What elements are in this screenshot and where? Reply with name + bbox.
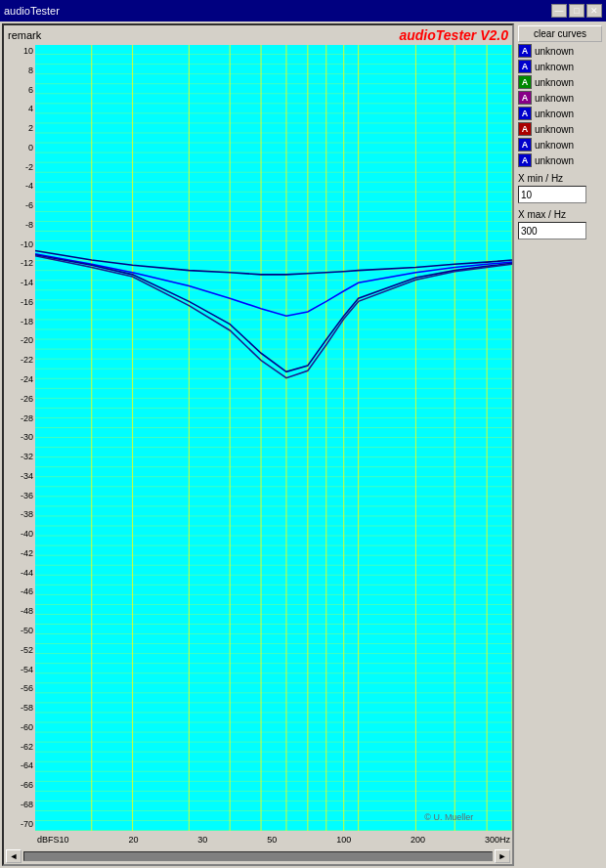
y-label-n48: -48 bbox=[21, 607, 33, 616]
curve-label-3: unknown bbox=[535, 77, 574, 88]
curve-item-2[interactable]: A unknown bbox=[518, 60, 602, 73]
curve-label-7: unknown bbox=[535, 140, 574, 151]
curve-icon-6: A bbox=[518, 122, 532, 136]
curve-item-8[interactable]: A unknown bbox=[518, 153, 602, 167]
close-button[interactable]: ✕ bbox=[586, 4, 602, 18]
remark-label: remark bbox=[8, 29, 41, 41]
y-label-8: 8 bbox=[28, 66, 33, 75]
x-label-300hz: 300Hz bbox=[485, 835, 510, 845]
y-label-n64: -64 bbox=[21, 761, 33, 770]
x-min-section: X min / Hz bbox=[518, 173, 602, 203]
y-label-6: 6 bbox=[28, 86, 33, 95]
x-label-dbfs10: dBFS10 bbox=[37, 835, 69, 845]
y-label-n50: -50 bbox=[21, 627, 33, 635]
content-area: remark audioTester V2.0 10 8 6 4 2 0 -2 … bbox=[0, 22, 606, 868]
curve-label-5: unknown bbox=[535, 108, 574, 119]
curve-icon-7: A bbox=[518, 138, 532, 152]
y-label-n22: -22 bbox=[21, 356, 33, 365]
y-label-0: 0 bbox=[28, 144, 33, 152]
y-label-n36: -36 bbox=[21, 492, 33, 500]
curve-icon-5: A bbox=[518, 107, 532, 120]
y-label-n54: -54 bbox=[21, 666, 33, 674]
y-label-n8: -8 bbox=[25, 221, 33, 230]
y-label-n40: -40 bbox=[21, 530, 33, 539]
scroll-left-button[interactable]: ◄ bbox=[6, 849, 22, 863]
x-min-input[interactable] bbox=[518, 186, 586, 203]
y-label-n28: -28 bbox=[21, 414, 33, 423]
x-axis-row: dBFS10 20 30 50 100 200 300Hz bbox=[4, 831, 512, 848]
x-max-label: X max / Hz bbox=[518, 209, 602, 220]
chart-svg: © U. Mueller bbox=[35, 45, 512, 831]
curve-label-6: unknown bbox=[535, 124, 574, 135]
curve-label-8: unknown bbox=[535, 155, 574, 166]
curve-item-3[interactable]: A unknown bbox=[518, 75, 602, 89]
y-label-n18: -18 bbox=[21, 318, 33, 326]
clear-curves-button[interactable]: clear curves bbox=[518, 25, 602, 42]
y-label-n4: -4 bbox=[25, 182, 33, 191]
curve-item-7[interactable]: A unknown bbox=[518, 138, 602, 152]
y-label-n68: -68 bbox=[21, 801, 33, 809]
curve-item-4[interactable]: A unknown bbox=[518, 91, 602, 105]
y-label-n24: -24 bbox=[21, 375, 33, 384]
y-label-n32: -32 bbox=[21, 453, 33, 461]
curve-icon-4: A bbox=[518, 91, 532, 105]
y-label-n16: -16 bbox=[21, 298, 33, 307]
curve-icon-8: A bbox=[518, 153, 532, 167]
y-label-2: 2 bbox=[28, 124, 33, 133]
y-label-n6: -6 bbox=[25, 201, 33, 210]
y-label-n30: -30 bbox=[21, 433, 33, 442]
title-bar-label: audioTester bbox=[4, 5, 60, 17]
y-label-n56: -56 bbox=[21, 684, 33, 693]
y-label-n26: -26 bbox=[21, 395, 33, 404]
x-label-30: 30 bbox=[197, 835, 207, 845]
main-window: audioTester — □ ✕ remark audioTester V2.… bbox=[0, 0, 606, 868]
y-label-n62: -62 bbox=[21, 743, 33, 752]
scroll-right-button[interactable]: ► bbox=[495, 849, 510, 863]
y-label-n46: -46 bbox=[21, 587, 33, 596]
svg-rect-1 bbox=[35, 45, 512, 831]
x-label-100: 100 bbox=[336, 835, 351, 845]
curve-label-2: unknown bbox=[535, 62, 574, 72]
y-label-n38: -38 bbox=[21, 510, 33, 519]
curve-label-4: unknown bbox=[535, 93, 574, 104]
y-axis: 10 8 6 4 2 0 -2 -4 -6 -8 -10 -12 -14 -16… bbox=[4, 45, 35, 831]
y-label-n34: -34 bbox=[21, 472, 33, 481]
bottom-scrollbar: ◄ ► bbox=[4, 848, 512, 864]
x-label-20: 20 bbox=[128, 835, 138, 845]
x-label-50: 50 bbox=[267, 835, 277, 845]
y-label-n44: -44 bbox=[21, 569, 33, 578]
minimize-button[interactable]: — bbox=[551, 4, 567, 18]
y-label-n52: -52 bbox=[21, 646, 33, 655]
curve-label-1: unknown bbox=[535, 46, 574, 57]
maximize-button[interactable]: □ bbox=[569, 4, 584, 18]
y-label-n70: -70 bbox=[21, 820, 33, 829]
chart-header: remark audioTester V2.0 bbox=[4, 25, 512, 45]
curve-icon-1: A bbox=[518, 44, 532, 58]
title-bar-buttons: — □ ✕ bbox=[551, 4, 602, 18]
curve-item-1[interactable]: A unknown bbox=[518, 44, 602, 58]
y-label-n12: -12 bbox=[21, 259, 33, 268]
curve-item-6[interactable]: A unknown bbox=[518, 122, 602, 136]
scroll-track[interactable] bbox=[23, 851, 493, 861]
curve-item-5[interactable]: A unknown bbox=[518, 107, 602, 120]
x-min-label: X min / Hz bbox=[518, 173, 602, 184]
y-label-10: 10 bbox=[23, 47, 33, 56]
y-label-n42: -42 bbox=[21, 549, 33, 558]
y-label-n66: -66 bbox=[21, 781, 33, 790]
y-label-n10: -10 bbox=[21, 240, 33, 249]
right-panel: clear curves A unknown A unknown A unkno… bbox=[516, 23, 604, 866]
chart-wrapper: 10 8 6 4 2 0 -2 -4 -6 -8 -10 -12 -14 -16… bbox=[4, 45, 512, 831]
y-label-n2: -2 bbox=[25, 163, 33, 172]
curve-icon-3: A bbox=[518, 75, 532, 89]
chart-inner: © U. Mueller bbox=[35, 45, 512, 831]
y-label-n60: -60 bbox=[21, 723, 33, 732]
y-label-n20: -20 bbox=[21, 336, 33, 345]
app-title: audioTester V2.0 bbox=[399, 27, 508, 43]
y-label-4: 4 bbox=[28, 105, 33, 113]
chart-canvas: © U. Mueller bbox=[35, 45, 512, 831]
y-label-n58: -58 bbox=[21, 704, 33, 713]
x-label-200: 200 bbox=[411, 835, 425, 845]
chart-area: remark audioTester V2.0 10 8 6 4 2 0 -2 … bbox=[2, 23, 514, 866]
x-max-input[interactable] bbox=[518, 222, 586, 239]
y-label-n14: -14 bbox=[21, 279, 33, 287]
